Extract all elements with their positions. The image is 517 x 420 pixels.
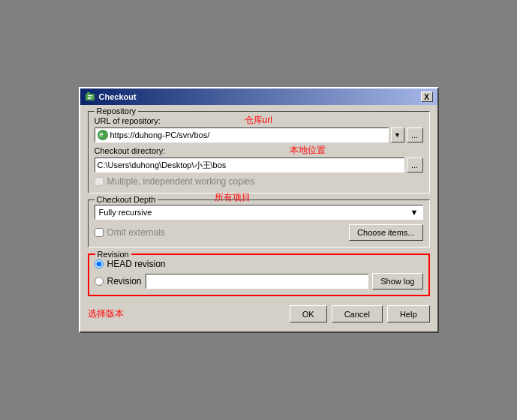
svg-rect-2 [88,95,92,96]
url-value: https://duhong-PC/svn/bos/ [110,130,210,140]
revision-group: Revision HEAD revision Revision Show log [88,254,430,296]
choose-items-button[interactable]: Choose items... [349,224,422,241]
url-input[interactable]: https://duhong-PC/svn/bos/ [95,128,389,142]
close-button[interactable]: X [421,92,433,102]
depth-value: Fully recursive [99,208,152,217]
svg-rect-3 [88,97,92,98]
bottom-row: 选择版本 OK Cancel Help [88,302,430,324]
checkout-depth-group: Checkout Depth Fully recursive ▼ 所有项目 Om… [88,200,430,248]
depth-group-label: Checkout Depth [95,195,158,204]
revision-label: Revision [107,276,142,286]
checkout-input[interactable]: C:\Users\duhong\Desktop\小王\bos [95,158,404,172]
url-row-container: https://duhong-PC/svn/bos/ ▼ ... 仓库url [95,128,423,142]
checkout-dialog: Checkout X Repository URL of repository:… [79,87,439,333]
title-text: Checkout [99,92,137,101]
dialog-icon [85,92,95,102]
multiple-checkbox-row: Multiple, independent working copies [95,176,423,187]
omit-checkbox[interactable] [95,228,104,237]
omit-label: Omit externals [107,227,165,238]
title-bar-left: Checkout [85,92,137,102]
revision-radio-row: Revision [95,276,142,286]
url-icon [98,130,108,140]
showlog-button[interactable]: Show log [372,273,422,290]
svg-rect-4 [88,98,91,99]
svg-rect-1 [87,92,90,95]
head-revision-row: HEAD revision [95,259,423,269]
checkout-label: Checkout directory: [95,146,423,155]
multiple-label: Multiple, independent working copies [107,176,255,187]
url-browse-btn[interactable]: ... [407,128,423,142]
repository-group-label: Repository [95,106,139,116]
help-button[interactable]: Help [387,305,430,322]
checkout-input-row: C:\Users\duhong\Desktop\小王\bos ... [95,158,423,172]
checkout-value: C:\Users\duhong\Desktop\小王\bos [98,160,227,171]
checkout-browse-btn[interactable]: ... [407,158,423,172]
dialog-body: Repository URL of repository: https://du… [80,105,437,332]
title-bar: Checkout X [80,88,437,105]
depth-select-container: Fully recursive ▼ 所有项目 [95,205,423,220]
checkout-row-container: C:\Users\duhong\Desktop\小王\bos ... 本地位置 [95,158,423,172]
revision-number-input[interactable] [146,274,369,289]
ok-button[interactable]: OK [290,305,327,322]
head-revision-label: HEAD revision [107,259,166,269]
revision-radio[interactable] [95,277,104,286]
depth-dropdown-arrow: ▼ [410,208,419,217]
url-dropdown-btn[interactable]: ▼ [391,128,404,142]
omit-checkbox-row: Omit externals [95,227,165,238]
revision-group-label: Revision [95,250,131,259]
cancel-button[interactable]: Cancel [332,305,383,322]
head-revision-radio[interactable] [95,260,104,268]
repository-group: Repository URL of repository: https://du… [88,111,430,194]
bottom-buttons: OK Cancel Help [290,305,430,322]
url-label: URL of repository: [95,116,423,125]
multiple-checkbox[interactable] [95,177,104,186]
omit-row: Omit externals Choose items... [95,224,423,241]
url-input-row: https://duhong-PC/svn/bos/ ▼ ... [95,128,423,142]
revision-input-container: Revision Show log [95,273,423,290]
bottom-annotation: 选择版本 [88,308,124,320]
depth-select[interactable]: Fully recursive ▼ [95,205,423,220]
depth-select-row: Fully recursive ▼ [95,205,423,220]
